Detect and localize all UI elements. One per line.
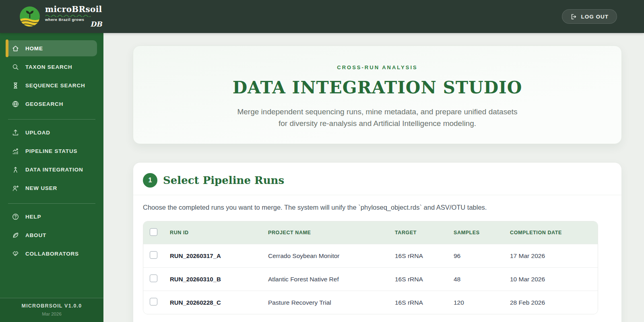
sidebar-item-about[interactable]: ABOUT <box>6 227 97 243</box>
column-header-project-name: PROJECT NAME <box>268 230 395 235</box>
select-runs-section: 1 Select Pipeline Runs Choose the comple… <box>133 162 622 322</box>
sidebar-item-sequence-search[interactable]: SEQUENCE SEARCH <box>6 77 97 93</box>
sidebar-item-label: DATA INTEGRATION <box>25 167 83 173</box>
table-row: RUN_20260310_B Atlantic Forest Native Re… <box>143 267 598 291</box>
sidebar-item-data-integration[interactable]: DATA INTEGRATION <box>6 161 97 178</box>
target: 16S rRNA <box>395 276 454 283</box>
search-icon <box>12 63 19 71</box>
project-name: Pasture Recovery Trial <box>268 299 395 306</box>
sidebar-item-label: TAXON SEARCH <box>25 64 72 70</box>
section-divider <box>133 195 621 195</box>
sidebar-item-new-user[interactable]: NEW USER <box>6 180 97 196</box>
select-all-checkbox[interactable] <box>150 228 157 236</box>
table-row: RUN_20260228_C Pasture Recovery Trial 16… <box>143 291 598 314</box>
leaf-icon <box>12 231 19 239</box>
hero-subtitle: Merge independent sequencing runs, mine … <box>133 106 621 129</box>
chart-icon <box>12 147 19 155</box>
logout-button[interactable]: LOG OUT <box>562 9 617 24</box>
logo-wave-decoration <box>45 14 102 17</box>
target: 16S rRNA <box>395 252 454 260</box>
sidebar-item-label: HOME <box>25 45 43 52</box>
logo-text: microBRsoil where Brazil grows DB <box>45 5 102 28</box>
column-header-run-id: RUN ID <box>170 230 268 235</box>
handshake-icon <box>12 250 19 258</box>
sidebar-item-label: ABOUT <box>25 232 46 238</box>
sidebar-item-label: HELP <box>25 214 41 220</box>
run-id: RUN_20260310_B <box>170 276 268 283</box>
sidebar-item-home[interactable]: HOME <box>6 40 97 56</box>
samples-count: 48 <box>454 276 510 283</box>
project-name: Atlantic Forest Native Ref <box>268 276 395 283</box>
upload-icon <box>12 129 19 136</box>
table-header-row: RUN ID PROJECT NAME TARGET SAMPLES COMPL… <box>143 221 598 244</box>
sidebar-item-upload[interactable]: UPLOAD <box>6 124 97 140</box>
home-icon <box>12 45 19 52</box>
select-run-checkbox[interactable] <box>150 251 157 259</box>
sidebar-divider <box>8 203 95 204</box>
logout-label: LOG OUT <box>581 14 609 20</box>
pipeline-runs-table: RUN ID PROJECT NAME TARGET SAMPLES COMPL… <box>143 221 598 314</box>
table-row: RUN_20260317_A Cerrado Soybean Monitor 1… <box>143 244 598 267</box>
column-header-completion-date: COMPLETION DATE <box>510 230 598 235</box>
select-run-checkbox[interactable] <box>150 275 157 282</box>
samples-count: 120 <box>454 299 510 306</box>
sidebar-item-label: NEW USER <box>25 185 57 191</box>
main-content: CROSS-RUN ANALYSIS DATA INTEGRATION STUD… <box>103 33 644 322</box>
logo-db-suffix: DB <box>90 21 102 28</box>
column-header-samples: SAMPLES <box>454 230 510 235</box>
run-id: RUN_20260228_C <box>170 299 268 306</box>
app-version-date: Mar 2026 <box>0 312 103 316</box>
column-header-target: TARGET <box>395 230 454 235</box>
target: 16S rRNA <box>395 299 454 306</box>
sidebar-nav: HOME TAXON SEARCH SEQUENCE SEARCH <box>0 33 103 322</box>
hero-subtitle-line1: Merge independent sequencing runs, mine … <box>133 106 621 118</box>
app-version: MICROBRSOIL V1.0.0 <box>0 303 103 309</box>
sidebar-item-label: PIPELINE STATUS <box>25 148 77 154</box>
sidebar-item-label: SEQUENCE SEARCH <box>25 83 85 89</box>
globe-icon <box>12 100 19 108</box>
help-icon <box>12 213 19 221</box>
merge-icon <box>12 166 19 173</box>
samples-count: 96 <box>454 252 510 260</box>
step-header: 1 Select Pipeline Runs <box>143 172 612 188</box>
logo-name: microBRsoil <box>45 5 102 13</box>
sidebar-item-label: UPLOAD <box>25 130 50 136</box>
completion-date: 10 Mar 2026 <box>510 276 598 283</box>
section-title: Select Pipeline Runs <box>163 174 284 186</box>
sidebar-footer: MICROBRSOIL V1.0.0 Mar 2026 <box>0 298 103 322</box>
step-number-badge: 1 <box>143 173 157 188</box>
app-logo: microBRsoil where Brazil grows DB <box>19 5 102 28</box>
logout-icon <box>570 13 577 20</box>
run-id: RUN_20260317_A <box>170 252 268 259</box>
hero-subtitle-line2: for diversity re-analysis and Artificial… <box>133 118 621 130</box>
user-plus-icon <box>12 184 19 192</box>
completion-date: 17 Mar 2026 <box>510 252 598 260</box>
project-name: Cerrado Soybean Monitor <box>268 252 395 260</box>
hero-banner: CROSS-RUN ANALYSIS DATA INTEGRATION STUD… <box>133 45 622 144</box>
hero-kicker: CROSS-RUN ANALYSIS <box>133 64 621 70</box>
sidebar-item-label: GEOSEARCH <box>25 101 63 107</box>
sidebar-item-taxon-search[interactable]: TAXON SEARCH <box>6 59 97 75</box>
sidebar-divider <box>8 119 95 120</box>
logo-plant-icon <box>19 6 40 27</box>
sidebar-item-collaborators[interactable]: COLLABORATORS <box>6 246 97 262</box>
sidebar-item-pipeline-status[interactable]: PIPELINE STATUS <box>6 143 97 159</box>
sidebar-item-label: COLLABORATORS <box>25 251 79 257</box>
top-header: microBRsoil where Brazil grows DB LOG OU… <box>0 0 644 33</box>
select-run-checkbox[interactable] <box>150 298 157 305</box>
sidebar-item-geosearch[interactable]: GEOSEARCH <box>6 96 97 112</box>
section-description: Choose the completed runs you want to me… <box>143 204 612 211</box>
page-title: DATA INTEGRATION STUDIO <box>133 78 621 97</box>
sidebar-item-help[interactable]: HELP <box>6 208 97 225</box>
completion-date: 28 Feb 2026 <box>510 299 598 306</box>
dna-icon <box>12 82 19 89</box>
